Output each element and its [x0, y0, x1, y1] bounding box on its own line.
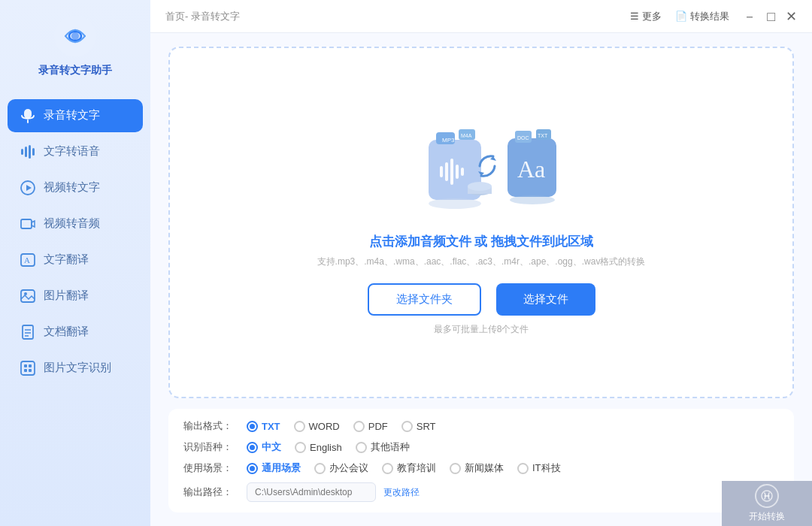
more-button[interactable]: ☰ 更多	[630, 10, 662, 23]
path-input-row: 更改路径	[247, 482, 420, 502]
lang-row: 识别语种： 中文English其他语种	[183, 440, 779, 454]
nav-label-video-to-audio: 视频转音频	[44, 216, 100, 231]
svg-rect-30	[445, 162, 448, 181]
scene-row: 使用场景： 通用场景办公会议教育培训新闻媒体IT科技	[183, 461, 779, 475]
drop-text-sub: 支持.mp3、.m4a、.wma、.aac、.flac、.ac3、.m4r、.a…	[317, 255, 646, 268]
svg-rect-2	[24, 109, 32, 119]
app-logo-icon	[54, 15, 96, 57]
nav-icon-speech-to-text	[20, 107, 36, 124]
titlebar-right: ☰ 更多 📄 转换结果 － □ ✕	[630, 10, 797, 23]
nav-label-image-translate: 图片翻译	[44, 289, 89, 303]
format-label-TXT: TXT	[262, 421, 280, 432]
sidebar-item-text-translate[interactable]: A文字翻译	[8, 243, 143, 277]
radio-circle	[401, 421, 413, 432]
titlebar: 首页- 录音转文字 ☰ 更多 📄 转换结果 － □ ✕	[150, 0, 812, 33]
sidebar-item-video-to-audio[interactable]: 视频转音频	[8, 207, 143, 240]
drop-area[interactable]: MP3 M4A DOC	[168, 47, 794, 398]
format-row: 输出格式： TXTWORDPDFSRT	[183, 419, 779, 433]
svg-point-44	[468, 182, 492, 191]
svg-rect-5	[25, 147, 27, 157]
start-button[interactable]: 开始转换	[722, 481, 812, 526]
select-file-button[interactable]: 选择文件	[496, 283, 595, 316]
scene-label: 使用场景：	[183, 461, 235, 475]
nav-icon-doc-translate	[20, 324, 36, 340]
scene-option-新闻媒体[interactable]: 新闻媒体	[450, 461, 504, 475]
format-option-txt[interactable]: TXT	[247, 421, 280, 432]
scene-label-通用场景: 通用场景	[262, 461, 301, 475]
svg-point-1	[71, 32, 79, 40]
result-button[interactable]: 📄 转换结果	[675, 10, 729, 23]
settings-panel: 输出格式： TXTWORDPDFSRT 识别语种： 中文English其他语种 …	[168, 409, 794, 512]
svg-rect-33	[461, 168, 464, 176]
maximize-button[interactable]: □	[767, 10, 775, 23]
scene-option-教育培训[interactable]: 教育培训	[382, 461, 436, 475]
scene-option-通用场景[interactable]: 通用场景	[247, 461, 301, 475]
svg-text:M4A: M4A	[461, 133, 472, 138]
change-path-button[interactable]: 更改路径	[383, 486, 420, 499]
sidebar-item-speech-to-text[interactable]: 录音转文字	[8, 99, 143, 132]
minimize-button[interactable]: －	[743, 10, 756, 23]
format-option-word[interactable]: WORD	[294, 421, 340, 432]
logo-area: 录音转文字助手	[38, 15, 112, 78]
nav-label-image-ocr: 图片文字识别	[44, 361, 111, 375]
lang-option-其他语种[interactable]: 其他语种	[356, 440, 410, 454]
sidebar-item-text-to-speech[interactable]: 文字转语音	[8, 135, 143, 168]
sidebar-item-image-translate[interactable]: 图片翻译	[8, 280, 143, 313]
format-option-srt[interactable]: SRT	[401, 421, 436, 432]
scene-label-办公会议: 办公会议	[329, 461, 368, 475]
sidebar-item-video-to-text[interactable]: 视频转文字	[8, 171, 143, 204]
lang-label-其他语种: 其他语种	[371, 440, 410, 454]
scene-radio-group: 通用场景办公会议教育培训新闻媒体IT科技	[247, 461, 561, 475]
content-area: MP3 M4A DOC	[150, 33, 812, 526]
svg-text:MP3: MP3	[442, 137, 455, 144]
lang-option-English[interactable]: English	[295, 442, 342, 453]
radio-circle	[450, 463, 461, 474]
lang-label-中文: 中文	[262, 440, 281, 454]
nav-icon-image-ocr	[20, 360, 36, 376]
select-folder-button[interactable]: 选择文件夹	[368, 283, 481, 316]
svg-text:TXT: TXT	[538, 133, 548, 138]
svg-rect-23	[29, 369, 32, 372]
svg-rect-4	[21, 149, 23, 155]
lang-option-中文[interactable]: 中文	[247, 440, 281, 454]
svg-rect-7	[32, 148, 35, 156]
sidebar-item-doc-translate[interactable]: 文档翻译	[8, 316, 143, 349]
sidebar-item-image-ocr[interactable]: 图片文字识别	[8, 352, 143, 385]
svg-text:Aa: Aa	[517, 156, 545, 183]
drop-hint: 最多可批量上传8个文件	[434, 323, 529, 336]
radio-circle	[382, 463, 393, 474]
svg-text:A: A	[24, 255, 30, 265]
main-area: 首页- 录音转文字 ☰ 更多 📄 转换结果 － □ ✕	[150, 0, 812, 526]
svg-rect-19	[21, 361, 35, 375]
path-row: 输出路径： 更改路径	[183, 482, 779, 502]
svg-rect-15	[23, 325, 33, 339]
svg-text:DOC: DOC	[517, 135, 529, 141]
radio-circle	[353, 421, 365, 432]
radio-circle	[314, 463, 326, 474]
radio-circle	[517, 463, 529, 474]
svg-rect-21	[29, 364, 32, 367]
format-label-WORD: WORD	[309, 421, 340, 432]
scene-label-教育培训: 教育培训	[397, 461, 436, 475]
nav-icon-video-to-text	[20, 180, 36, 196]
document-icon: 📄	[675, 11, 687, 22]
svg-marker-9	[26, 185, 32, 191]
scene-option-办公会议[interactable]: 办公会议	[314, 461, 368, 475]
button-row: 选择文件夹 选择文件	[368, 283, 595, 316]
format-option-pdf[interactable]: PDF	[353, 421, 388, 432]
scene-label-新闻媒体: 新闻媒体	[465, 461, 504, 475]
path-input[interactable]	[247, 482, 376, 502]
close-button[interactable]: ✕	[786, 10, 797, 23]
radio-circle	[247, 442, 258, 453]
scene-option-IT科技[interactable]: IT科技	[517, 461, 561, 475]
nav-label-video-to-text: 视频转文字	[44, 180, 100, 195]
svg-rect-31	[450, 159, 453, 185]
nav-label-text-to-speech: 文字转语音	[44, 144, 100, 159]
radio-circle	[295, 442, 306, 453]
app-title: 录音转文字助手	[38, 63, 112, 78]
sidebar: 录音转文字助手 录音转文字文字转语音视频转文字视频转音频A文字翻译图片翻译文档翻…	[0, 0, 150, 526]
drop-text-main: 点击添加音频文件 或 拖拽文件到此区域	[369, 233, 593, 250]
lang-radio-group: 中文English其他语种	[247, 440, 410, 454]
scene-label-IT科技: IT科技	[532, 461, 561, 475]
more-label: 更多	[642, 10, 662, 23]
